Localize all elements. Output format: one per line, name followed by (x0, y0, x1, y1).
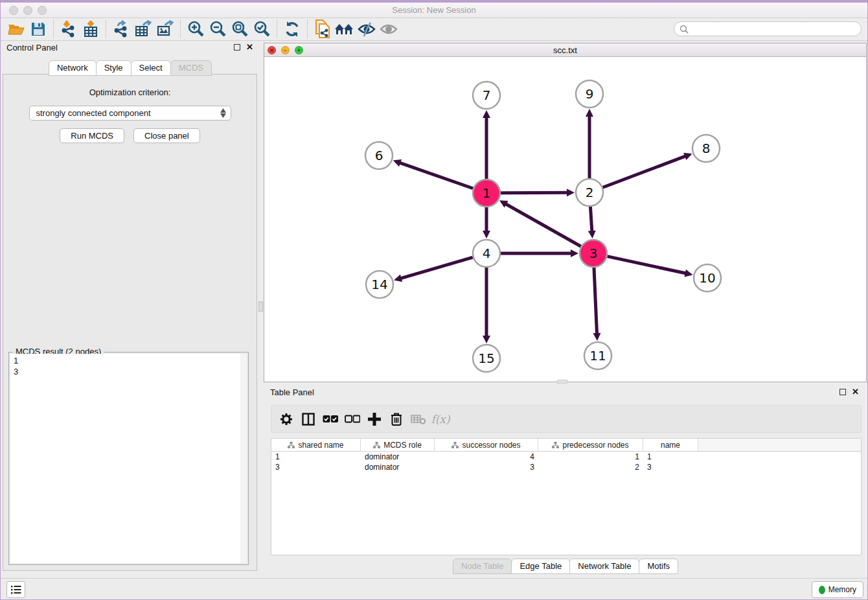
import-network-button[interactable] (58, 19, 80, 39)
table-tab-edge-table[interactable]: Edge Table (511, 559, 570, 574)
node-label-6: 6 (375, 148, 383, 163)
close-panel-button[interactable]: Close panel (133, 128, 200, 143)
network-canvas[interactable]: 7968124314101511 (264, 57, 866, 382)
close-panel-icon[interactable]: ✕ (246, 44, 253, 51)
export-table-button[interactable] (132, 19, 154, 39)
arrowhead-1-2 (567, 189, 575, 196)
zoom-out-button[interactable] (207, 19, 229, 39)
mcds-result-list[interactable]: 1 3 (10, 354, 247, 563)
network-window-title: scc.txt (264, 45, 866, 55)
cell-successor-nodes[interactable]: 4 (435, 452, 538, 462)
arrowhead-4-15 (483, 336, 490, 343)
delete-row-button[interactable] (387, 410, 406, 429)
add-row-button[interactable] (365, 410, 384, 429)
tab-style[interactable]: Style (96, 60, 131, 76)
table-row[interactable]: 3dominator323 (271, 462, 861, 472)
edge-2-3[interactable] (590, 207, 591, 232)
import-table-button[interactable] (80, 19, 102, 39)
search-box[interactable] (674, 21, 862, 36)
cell-MCDS-role[interactable]: dominator (361, 452, 435, 462)
delete-table-button[interactable] (409, 410, 428, 429)
arrowhead-4-14 (394, 274, 402, 282)
table-tab-node-table[interactable]: Node Table (453, 559, 512, 574)
zoom-selected-button[interactable] (251, 19, 273, 39)
select-all-button[interactable] (321, 410, 340, 429)
trash-icon (390, 412, 403, 426)
criterion-dropdown[interactable]: strongly connected component (29, 106, 231, 121)
table-settings-button[interactable] (277, 410, 296, 429)
tab-select[interactable]: Select (131, 60, 171, 76)
memory-status-icon (819, 586, 825, 594)
search-icon (680, 25, 689, 34)
zoom-fit-button[interactable] (229, 19, 251, 39)
edge-2-8[interactable] (603, 156, 687, 188)
export-image-button[interactable] (154, 19, 176, 39)
cell-shared-name[interactable]: 3 (271, 462, 361, 472)
deselect-all-button[interactable] (343, 410, 362, 429)
memory-label: Memory (828, 585, 856, 594)
task-history-button[interactable] (6, 581, 25, 598)
panel-splitter-handle[interactable] (258, 301, 263, 312)
control-panel-tabs: NetworkStyleSelectMCDS (0, 60, 260, 76)
node-table[interactable]: shared nameMCDS rolesuccessor nodesprede… (271, 438, 862, 555)
tab-mcds[interactable]: MCDS (170, 60, 212, 76)
column-header-name[interactable]: name (643, 439, 698, 452)
show-all-button[interactable] (378, 19, 400, 39)
arrowhead-1-4 (483, 231, 490, 238)
hide-unselected-button[interactable] (356, 19, 378, 39)
arrowhead-3-11 (593, 333, 600, 341)
table-row[interactable]: 1dominator411 (271, 452, 861, 462)
toolbar-separator (53, 20, 54, 38)
edge-3-10[interactable] (608, 257, 687, 273)
zoom-fit-icon (231, 20, 249, 38)
save-icon (30, 21, 46, 37)
network-from-file-icon (314, 19, 332, 39)
split-view-button[interactable] (299, 410, 318, 429)
column-header-MCDS-role[interactable]: MCDS role (361, 439, 435, 452)
network-from-file-button[interactable] (312, 19, 334, 39)
float-panel-icon[interactable] (234, 44, 240, 51)
zoom-in-button[interactable] (185, 19, 207, 39)
edge-1-2[interactable] (501, 192, 568, 193)
cell-predecessor-nodes[interactable]: 1 (538, 452, 643, 462)
column-header-predecessor-nodes[interactable]: predecessor nodes (538, 439, 643, 452)
cell-MCDS-role[interactable]: dominator (361, 462, 435, 472)
float-table-panel-icon[interactable] (839, 389, 846, 395)
run-mcds-button[interactable]: Run MCDS (60, 128, 124, 143)
export-image-icon (156, 20, 174, 38)
result-scrollbar[interactable] (240, 354, 247, 563)
edge-4-14[interactable] (400, 257, 473, 279)
plus-icon (367, 412, 382, 426)
cell-name[interactable]: 1 (643, 452, 698, 462)
apply-function-button[interactable]: f(x) (431, 410, 450, 429)
edge-3-1[interactable] (505, 203, 581, 246)
export-network-button[interactable] (110, 19, 132, 39)
node-label-9: 9 (586, 86, 594, 102)
horizontal-splitter-handle[interactable] (557, 380, 567, 384)
close-table-panel-icon[interactable]: ✕ (852, 389, 859, 395)
cell-name[interactable]: 3 (643, 462, 698, 472)
edge-1-6[interactable] (399, 163, 473, 189)
node-label-11: 11 (589, 348, 606, 363)
open-session-button[interactable] (5, 19, 27, 39)
control-panel-title: Control Panel (6, 43, 58, 52)
column-header-shared-name[interactable]: shared name (271, 439, 361, 452)
table-tab-motifs[interactable]: Motifs (639, 559, 678, 574)
tab-network[interactable]: Network (49, 60, 97, 76)
network-window-titlebar[interactable]: ✕ − + scc.txt (264, 43, 866, 57)
cell-successor-nodes[interactable]: 3 (435, 462, 538, 472)
dropdown-stepper-icon (220, 108, 226, 118)
search-input[interactable] (692, 25, 856, 34)
edge-3-11[interactable] (594, 268, 597, 334)
hierarchy-icon (373, 442, 380, 448)
network-graph[interactable]: 7968124314101511 (264, 57, 866, 382)
column-header-successor-nodes[interactable]: successor nodes (435, 439, 538, 452)
refresh-button[interactable] (281, 19, 303, 39)
cell-shared-name[interactable]: 1 (271, 452, 361, 462)
node-label-8: 8 (702, 141, 711, 156)
save-session-button[interactable] (27, 19, 49, 39)
table-tab-network-table[interactable]: Network Table (569, 559, 639, 574)
home-button[interactable] (334, 19, 356, 39)
memory-button[interactable]: Memory (812, 581, 863, 598)
cell-predecessor-nodes[interactable]: 2 (538, 462, 643, 472)
